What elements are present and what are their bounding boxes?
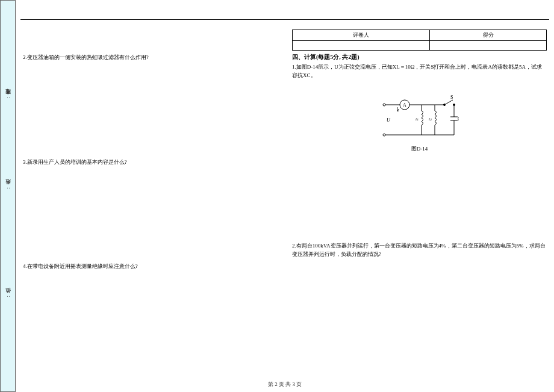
- svg-text:i₁: i₁: [416, 117, 419, 122]
- page-wrap: 准考证号: 姓名: 单位: 2.变压器油箱的一侧安装的热虹吸过滤器有什么作用? …: [0, 0, 554, 392]
- section-4-title: 四、计算(每题5分, 共2题): [292, 53, 547, 61]
- left-column: 2.变压器油箱的一侧安装的热虹吸过滤器有什么作用? 3.新录用生产人员的培训的基…: [20, 30, 278, 277]
- binding-label-examid: 准考证号:: [4, 97, 12, 99]
- svg-text:i₂: i₂: [429, 117, 432, 122]
- columns: 2.变压器油箱的一侧安装的热虹吸过滤器有什么作用? 3.新录用生产人员的培训的基…: [20, 30, 549, 277]
- right-column: 评卷人 得分 四、计算(每题5分, 共2题) 1.如图D-14所示，U为正弦交流…: [292, 30, 549, 277]
- score-value-cell: [430, 41, 547, 51]
- top-rule: [20, 19, 549, 20]
- svg-text:S: S: [450, 95, 453, 100]
- question-2: 2.变压器油箱的一侧安装的热虹吸过滤器有什么作用?: [23, 54, 278, 62]
- binding-label-name: 姓名:: [4, 187, 12, 189]
- svg-point-0: [383, 104, 385, 106]
- svg-text:C: C: [458, 116, 459, 122]
- binding-margin: 准考证号: 姓名: 单位:: [0, 0, 16, 392]
- calc-question-2: 2.有两台100kVA变压器并列运行，第一台变压器的短路电压为4%，第二台变压器…: [292, 242, 547, 258]
- grader-label-cell: 评卷人: [293, 30, 430, 41]
- circuit-diagram-wrap: A S C: [381, 93, 459, 153]
- circuit-diagram-icon: A S C: [381, 93, 459, 143]
- svg-line-7: [444, 100, 453, 105]
- svg-text:A: A: [403, 102, 406, 108]
- score-label-cell: 得分: [430, 30, 547, 41]
- binding-label-unit: 单位:: [4, 296, 12, 297]
- page-footer: 第 2 页 共 3 页: [16, 381, 554, 388]
- grader-value-cell: [293, 41, 430, 51]
- calc-question-1: 1.如图D-14所示，U为正弦交流电压，已知XL＝10Ω，开关S打开和合上时，电…: [292, 63, 547, 79]
- svg-text:U: U: [387, 117, 391, 123]
- svg-point-1: [383, 134, 385, 136]
- scoring-table: 评卷人 得分: [292, 30, 547, 51]
- question-3: 3.新录用生产人员的培训的基本内容是什么?: [23, 158, 278, 167]
- question-4: 4.在带电设备附近用摇表测量绝缘时应注意什么?: [23, 263, 278, 271]
- content-area: 2.变压器油箱的一侧安装的热虹吸过滤器有什么作用? 3.新录用生产人员的培训的基…: [16, 0, 554, 392]
- circuit-caption: 图D-14: [411, 145, 428, 153]
